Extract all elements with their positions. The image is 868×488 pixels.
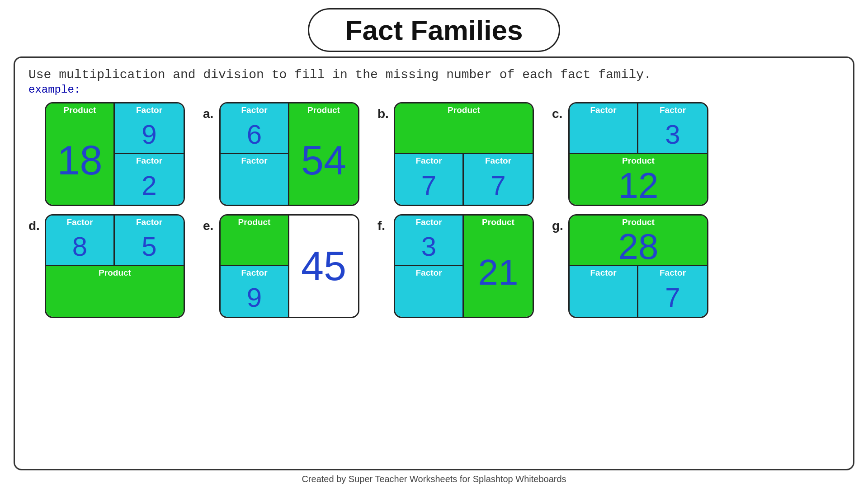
factor2-value-e: 9 bbox=[221, 284, 288, 311]
factor1-cell-b: Factor 7 bbox=[395, 154, 464, 205]
factor2-label-g: Factor bbox=[638, 266, 707, 279]
factor1-value-example: 9 bbox=[115, 121, 184, 148]
product-value-g: 28 bbox=[570, 229, 707, 265]
product-label-a: Product bbox=[289, 103, 358, 116]
puzzle-example: Product 18 Factor 9 Factor 2 bbox=[28, 102, 185, 206]
puzzle-c-label: c. bbox=[552, 107, 565, 121]
product-cell-f: Product 21 bbox=[464, 216, 533, 317]
puzzle-b: b. Product Factor 7 Factor bbox=[377, 102, 534, 206]
product-value-a: 54 bbox=[289, 140, 358, 181]
factor2-cell-a: Factor bbox=[221, 154, 289, 205]
product-label-b: Product bbox=[395, 103, 533, 116]
factor1-cell-example: Factor 9 bbox=[115, 103, 184, 154]
factor2-cell-d: Factor 5 bbox=[115, 216, 184, 266]
product-cell-c: Product 12 bbox=[570, 154, 707, 205]
factor2-value-example: 2 bbox=[115, 172, 184, 199]
factor1-cell-a: Factor 6 bbox=[221, 103, 289, 154]
fact-box-g: Product 28 Factor Factor 7 bbox=[568, 214, 708, 318]
puzzle-f: f. Factor 3 Product 21 Factor bbox=[377, 214, 534, 318]
fact-box-c: Factor Factor 3 Product 12 bbox=[568, 102, 708, 206]
fact-box-d: Factor 8 Factor 5 Product bbox=[45, 214, 185, 318]
factor2-cell-b: Factor 7 bbox=[464, 154, 533, 205]
factor1-value-f: 3 bbox=[395, 233, 462, 260]
fact-box-a: Factor 6 Factor Product 54 bbox=[219, 102, 359, 206]
factor2-label-e: Factor bbox=[221, 266, 288, 279]
product-cell-a: Product 54 bbox=[289, 103, 358, 205]
product-label-d: Product bbox=[46, 266, 184, 279]
puzzle-d: d. Factor 8 Factor 5 Product bbox=[28, 214, 185, 318]
product-value-example: 18 bbox=[46, 140, 113, 181]
fact-box-example: Product 18 Factor 9 Factor 2 bbox=[45, 102, 185, 206]
factor2-label-c: Factor bbox=[638, 103, 707, 116]
factor2-value-g: 7 bbox=[638, 284, 707, 311]
factor1-value-b: 7 bbox=[395, 172, 462, 199]
factor1-value-d: 8 bbox=[46, 233, 113, 260]
title-container: Fact Families bbox=[308, 8, 561, 52]
factor1-value-a: 6 bbox=[221, 121, 288, 148]
factor2-cell-c: Factor 3 bbox=[638, 103, 707, 154]
product-cell-g: Product 28 bbox=[570, 216, 707, 266]
puzzle-c: c. Factor Factor 3 Product bbox=[552, 102, 708, 206]
product-label-f: Product bbox=[464, 216, 533, 228]
product-label-e: Product bbox=[221, 216, 288, 228]
fact-box-e: Product Factor 9 45 bbox=[219, 214, 359, 318]
product-header-cell-e: Product bbox=[221, 216, 289, 266]
factor2-cell-g: Factor 7 bbox=[638, 266, 707, 317]
instructions-text: Use multiplication and division to fill … bbox=[28, 68, 840, 82]
puzzle-row-1: Product 18 Factor 9 Factor 2 bbox=[28, 102, 840, 206]
factor1-value-e: 45 bbox=[289, 216, 358, 317]
factor1-cell-c: Factor bbox=[570, 103, 638, 154]
puzzle-a: a. Factor 6 Factor Product bbox=[203, 102, 359, 206]
puzzle-row-2: d. Factor 8 Factor 5 Product bbox=[28, 214, 840, 318]
product-value-f: 21 bbox=[464, 254, 533, 291]
factor1-label-f: Factor bbox=[395, 216, 462, 228]
product-label-c: Product bbox=[570, 154, 707, 167]
factor2-cell-example: Factor 2 bbox=[115, 154, 184, 205]
product-label-example: Product bbox=[46, 103, 113, 116]
puzzle-g: g. Product 28 Factor Factor bbox=[552, 214, 708, 318]
product-cell-d: Product bbox=[46, 266, 184, 317]
puzzle-a-label: a. bbox=[203, 107, 216, 121]
factor2-cell-f: Factor bbox=[395, 266, 464, 317]
footer-text: Created by Super Teacher Worksheets for … bbox=[302, 474, 566, 484]
factor1-label-d: Factor bbox=[46, 216, 113, 228]
puzzle-d-label: d. bbox=[28, 219, 41, 233]
factor2-label-b: Factor bbox=[464, 154, 533, 167]
puzzle-b-label: b. bbox=[377, 107, 390, 121]
puzzle-f-label: f. bbox=[377, 219, 390, 233]
factor1-label-b: Factor bbox=[395, 154, 462, 167]
factor2-label-d: Factor bbox=[115, 216, 184, 228]
factor1-cell-f: Factor 3 bbox=[395, 216, 464, 266]
product-cell-b: Product bbox=[395, 103, 533, 154]
factor2-value-b: 7 bbox=[464, 172, 533, 199]
main-content: Use multiplication and division to fill … bbox=[14, 56, 854, 470]
factor1-cell-d: Factor 8 bbox=[46, 216, 115, 266]
example-label: example: bbox=[28, 84, 840, 96]
puzzle-e: e. Product Factor 9 45 bbox=[203, 214, 359, 318]
factor1-cell-e: 45 bbox=[289, 216, 358, 317]
factor1-label-a: Factor bbox=[221, 103, 288, 116]
factor2-label-a: Factor bbox=[221, 154, 288, 167]
fact-box-f: Factor 3 Product 21 Factor bbox=[394, 214, 534, 318]
factor2-value-c: 3 bbox=[638, 121, 707, 148]
factor1-label-example: Factor bbox=[115, 103, 184, 116]
fact-box-b: Product Factor 7 Factor 7 bbox=[394, 102, 534, 206]
factor2-value-d: 5 bbox=[115, 233, 184, 260]
product-value-c: 12 bbox=[570, 168, 707, 204]
puzzle-g-label: g. bbox=[552, 219, 565, 233]
factor2-label-example: Factor bbox=[115, 154, 184, 167]
factor1-cell-g: Factor bbox=[570, 266, 638, 317]
factor2-cell-e: Factor 9 bbox=[221, 266, 289, 317]
factor2-label-f: Factor bbox=[395, 266, 462, 279]
factor1-label-g: Factor bbox=[570, 266, 637, 279]
product-cell-example: Product 18 bbox=[46, 103, 115, 205]
page-title: Fact Families bbox=[345, 14, 523, 46]
factor1-label-c: Factor bbox=[570, 103, 637, 116]
puzzle-e-label: e. bbox=[203, 219, 216, 233]
